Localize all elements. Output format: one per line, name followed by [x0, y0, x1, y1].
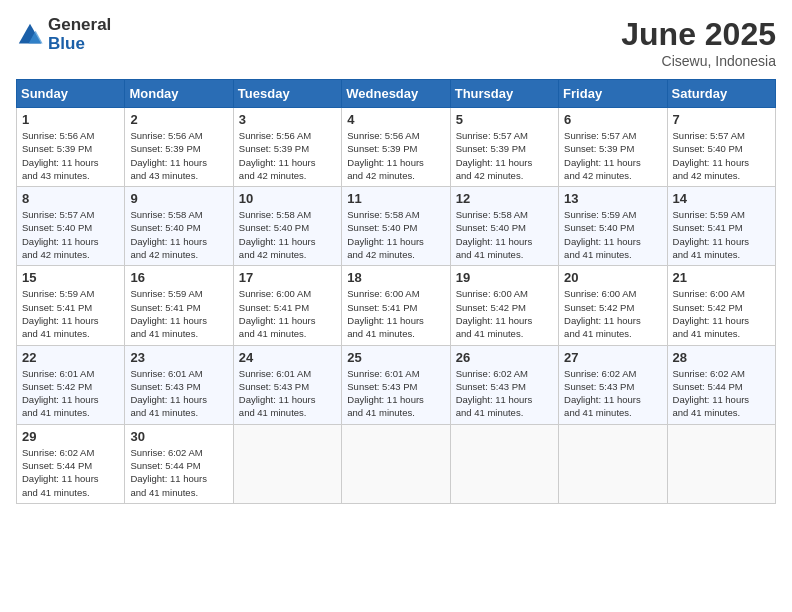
calendar-cell: 16 Sunrise: 5:59 AM Sunset: 5:41 PM Dayl… — [125, 266, 233, 345]
day-detail: Sunrise: 6:01 AM Sunset: 5:42 PM Dayligh… — [22, 367, 119, 420]
day-detail: Sunrise: 6:00 AM Sunset: 5:42 PM Dayligh… — [673, 287, 770, 340]
logo-general: General — [48, 16, 111, 35]
day-number: 26 — [456, 350, 553, 365]
calendar-cell: 21 Sunrise: 6:00 AM Sunset: 5:42 PM Dayl… — [667, 266, 775, 345]
day-detail: Sunrise: 6:02 AM Sunset: 5:43 PM Dayligh… — [564, 367, 661, 420]
logo-icon — [16, 21, 44, 49]
calendar-title: June 2025 — [621, 16, 776, 53]
calendar-cell: 14 Sunrise: 5:59 AM Sunset: 5:41 PM Dayl… — [667, 187, 775, 266]
header-friday: Friday — [559, 80, 667, 108]
day-detail: Sunrise: 5:58 AM Sunset: 5:40 PM Dayligh… — [239, 208, 336, 261]
day-number: 6 — [564, 112, 661, 127]
day-detail: Sunrise: 5:59 AM Sunset: 5:41 PM Dayligh… — [673, 208, 770, 261]
day-number: 9 — [130, 191, 227, 206]
calendar-cell: 19 Sunrise: 6:00 AM Sunset: 5:42 PM Dayl… — [450, 266, 558, 345]
calendar-cell: 28 Sunrise: 6:02 AM Sunset: 5:44 PM Dayl… — [667, 345, 775, 424]
calendar-cell: 15 Sunrise: 5:59 AM Sunset: 5:41 PM Dayl… — [17, 266, 125, 345]
title-block: June 2025 Cisewu, Indonesia — [621, 16, 776, 69]
day-number: 19 — [456, 270, 553, 285]
header-saturday: Saturday — [667, 80, 775, 108]
header-thursday: Thursday — [450, 80, 558, 108]
logo-text: General Blue — [48, 16, 111, 53]
day-number: 14 — [673, 191, 770, 206]
day-detail: Sunrise: 5:57 AM Sunset: 5:39 PM Dayligh… — [456, 129, 553, 182]
calendar-cell — [233, 424, 341, 503]
day-detail: Sunrise: 6:00 AM Sunset: 5:41 PM Dayligh… — [347, 287, 444, 340]
calendar-cell — [559, 424, 667, 503]
calendar-cell: 6 Sunrise: 5:57 AM Sunset: 5:39 PM Dayli… — [559, 108, 667, 187]
day-number: 4 — [347, 112, 444, 127]
day-detail: Sunrise: 5:59 AM Sunset: 5:41 PM Dayligh… — [22, 287, 119, 340]
day-detail: Sunrise: 5:56 AM Sunset: 5:39 PM Dayligh… — [22, 129, 119, 182]
calendar-cell: 13 Sunrise: 5:59 AM Sunset: 5:40 PM Dayl… — [559, 187, 667, 266]
calendar-cell — [342, 424, 450, 503]
header-monday: Monday — [125, 80, 233, 108]
day-detail: Sunrise: 6:02 AM Sunset: 5:44 PM Dayligh… — [130, 446, 227, 499]
day-number: 29 — [22, 429, 119, 444]
page-header: General Blue June 2025 Cisewu, Indonesia — [16, 16, 776, 69]
calendar-cell: 9 Sunrise: 5:58 AM Sunset: 5:40 PM Dayli… — [125, 187, 233, 266]
calendar-cell: 22 Sunrise: 6:01 AM Sunset: 5:42 PM Dayl… — [17, 345, 125, 424]
day-number: 18 — [347, 270, 444, 285]
day-detail: Sunrise: 6:02 AM Sunset: 5:44 PM Dayligh… — [22, 446, 119, 499]
day-number: 5 — [456, 112, 553, 127]
day-number: 20 — [564, 270, 661, 285]
day-detail: Sunrise: 5:57 AM Sunset: 5:40 PM Dayligh… — [22, 208, 119, 261]
day-number: 12 — [456, 191, 553, 206]
day-detail: Sunrise: 5:56 AM Sunset: 5:39 PM Dayligh… — [239, 129, 336, 182]
calendar-cell: 30 Sunrise: 6:02 AM Sunset: 5:44 PM Dayl… — [125, 424, 233, 503]
header-sunday: Sunday — [17, 80, 125, 108]
day-number: 15 — [22, 270, 119, 285]
day-number: 2 — [130, 112, 227, 127]
logo: General Blue — [16, 16, 111, 53]
calendar-cell: 10 Sunrise: 5:58 AM Sunset: 5:40 PM Dayl… — [233, 187, 341, 266]
calendar-cell: 20 Sunrise: 6:00 AM Sunset: 5:42 PM Dayl… — [559, 266, 667, 345]
calendar-header: Sunday Monday Tuesday Wednesday Thursday… — [17, 80, 776, 108]
calendar-cell: 25 Sunrise: 6:01 AM Sunset: 5:43 PM Dayl… — [342, 345, 450, 424]
calendar-cell: 8 Sunrise: 5:57 AM Sunset: 5:40 PM Dayli… — [17, 187, 125, 266]
calendar-cell: 3 Sunrise: 5:56 AM Sunset: 5:39 PM Dayli… — [233, 108, 341, 187]
day-detail: Sunrise: 5:56 AM Sunset: 5:39 PM Dayligh… — [347, 129, 444, 182]
day-number: 7 — [673, 112, 770, 127]
day-number: 17 — [239, 270, 336, 285]
calendar-cell: 27 Sunrise: 6:02 AM Sunset: 5:43 PM Dayl… — [559, 345, 667, 424]
day-detail: Sunrise: 6:01 AM Sunset: 5:43 PM Dayligh… — [239, 367, 336, 420]
calendar-cell: 23 Sunrise: 6:01 AM Sunset: 5:43 PM Dayl… — [125, 345, 233, 424]
day-number: 21 — [673, 270, 770, 285]
day-detail: Sunrise: 5:58 AM Sunset: 5:40 PM Dayligh… — [130, 208, 227, 261]
day-number: 10 — [239, 191, 336, 206]
day-number: 28 — [673, 350, 770, 365]
day-detail: Sunrise: 5:58 AM Sunset: 5:40 PM Dayligh… — [456, 208, 553, 261]
day-detail: Sunrise: 5:58 AM Sunset: 5:40 PM Dayligh… — [347, 208, 444, 261]
header-tuesday: Tuesday — [233, 80, 341, 108]
calendar-subtitle: Cisewu, Indonesia — [621, 53, 776, 69]
day-number: 8 — [22, 191, 119, 206]
day-detail: Sunrise: 6:00 AM Sunset: 5:42 PM Dayligh… — [456, 287, 553, 340]
calendar-cell: 17 Sunrise: 6:00 AM Sunset: 5:41 PM Dayl… — [233, 266, 341, 345]
calendar-cell: 2 Sunrise: 5:56 AM Sunset: 5:39 PM Dayli… — [125, 108, 233, 187]
day-detail: Sunrise: 6:01 AM Sunset: 5:43 PM Dayligh… — [347, 367, 444, 420]
day-number: 13 — [564, 191, 661, 206]
calendar-cell: 11 Sunrise: 5:58 AM Sunset: 5:40 PM Dayl… — [342, 187, 450, 266]
day-number: 24 — [239, 350, 336, 365]
calendar-body: 1 Sunrise: 5:56 AM Sunset: 5:39 PM Dayli… — [17, 108, 776, 504]
day-detail: Sunrise: 6:02 AM Sunset: 5:43 PM Dayligh… — [456, 367, 553, 420]
day-number: 1 — [22, 112, 119, 127]
day-detail: Sunrise: 6:00 AM Sunset: 5:42 PM Dayligh… — [564, 287, 661, 340]
calendar-cell: 5 Sunrise: 5:57 AM Sunset: 5:39 PM Dayli… — [450, 108, 558, 187]
day-number: 25 — [347, 350, 444, 365]
day-detail: Sunrise: 5:59 AM Sunset: 5:40 PM Dayligh… — [564, 208, 661, 261]
day-number: 23 — [130, 350, 227, 365]
calendar-cell: 29 Sunrise: 6:02 AM Sunset: 5:44 PM Dayl… — [17, 424, 125, 503]
calendar-cell: 4 Sunrise: 5:56 AM Sunset: 5:39 PM Dayli… — [342, 108, 450, 187]
calendar-cell: 12 Sunrise: 5:58 AM Sunset: 5:40 PM Dayl… — [450, 187, 558, 266]
day-detail: Sunrise: 6:00 AM Sunset: 5:41 PM Dayligh… — [239, 287, 336, 340]
header-wednesday: Wednesday — [342, 80, 450, 108]
day-number: 11 — [347, 191, 444, 206]
calendar-cell — [450, 424, 558, 503]
day-detail: Sunrise: 6:01 AM Sunset: 5:43 PM Dayligh… — [130, 367, 227, 420]
day-detail: Sunrise: 6:02 AM Sunset: 5:44 PM Dayligh… — [673, 367, 770, 420]
calendar-cell: 1 Sunrise: 5:56 AM Sunset: 5:39 PM Dayli… — [17, 108, 125, 187]
day-number: 30 — [130, 429, 227, 444]
day-number: 27 — [564, 350, 661, 365]
